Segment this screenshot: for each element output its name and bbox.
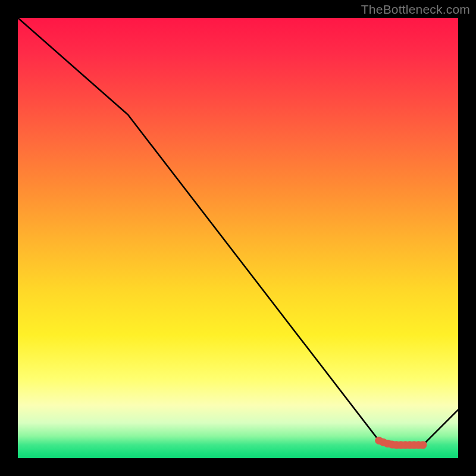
watermark-text: TheBottleneck.com: [361, 2, 470, 17]
chart-frame: TheBottleneck.com: [0, 0, 476, 476]
plot-area: [18, 18, 458, 458]
series-curve: [18, 18, 458, 445]
highlight-dot: [419, 441, 427, 449]
chart-svg: [18, 18, 458, 458]
highlight-dots: [375, 437, 427, 449]
